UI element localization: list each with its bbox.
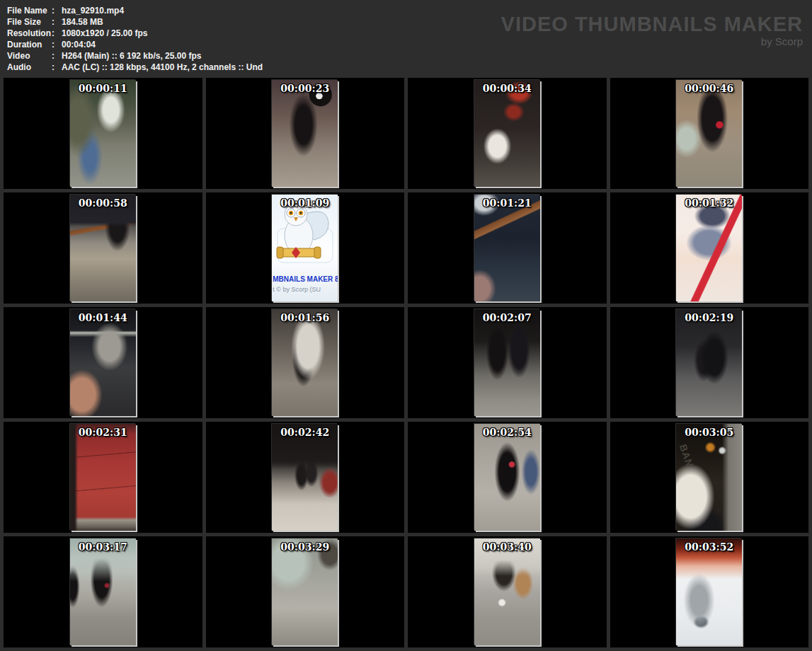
thumbnail-cell: 00:03:29 <box>206 536 405 647</box>
thumbnail-cell: 00:00:34 <box>408 78 607 189</box>
thumbnail-cell: 00:02:42 <box>206 422 405 533</box>
video-frame: MBNAILS MAKER 8t © by Scorp (SU00:01:09 <box>272 195 338 301</box>
video-frame: 00:00:23 <box>272 80 338 187</box>
meta-row-resolution: Resolution : 1080x1920 / 25.00 fps <box>7 28 263 39</box>
thumbnail-cell: 00:02:07 <box>408 307 607 418</box>
timestamp-label: 00:01:09 <box>272 197 338 209</box>
timestamp-label: 00:02:07 <box>464 312 550 323</box>
meta-row-filesize: File Size : 184.58 MB <box>7 16 263 28</box>
thumbnail-cell: 00:00:58 <box>4 192 202 304</box>
timestamp-label: 00:03:52 <box>666 541 752 553</box>
thumbnail-cell: 00:01:32 <box>610 192 809 304</box>
video-frame: 00:01:32 <box>676 195 742 301</box>
meta-value: 1080x1920 / 25.00 fps <box>62 28 147 39</box>
thumbnail-cell: BAN00:03:05 <box>610 422 809 533</box>
meta-label: Video <box>7 50 52 62</box>
video-frame: 00:03:29 <box>272 538 338 645</box>
timestamp-label: 00:02:31 <box>60 427 146 438</box>
meta-row-video: Video : H264 (Main) :: 6 192 kb/s, 25.00… <box>7 50 263 62</box>
thumbnail-cell: 00:02:31 <box>4 422 202 533</box>
video-frame: 00:00:58 <box>70 195 136 301</box>
meta-label: File Name <box>7 5 52 16</box>
meta-row-duration: Duration : 00:04:04 <box>7 39 263 50</box>
meta-row-filename: File Name : hza_92910.mp4 <box>7 5 263 16</box>
thumbnail-cell: 00:01:56 <box>206 307 405 418</box>
timestamp-label: 00:03:40 <box>464 541 550 553</box>
video-frame: 00:02:54 <box>474 424 540 531</box>
app-watermark: VIDEO THUMBNAILS MAKER by Scorp <box>501 14 803 47</box>
meta-row-audio: Audio : AAC (LC) :: 128 kbps, 44100 Hz, … <box>7 62 263 73</box>
timestamp-label: 00:01:32 <box>666 197 752 209</box>
video-frame: 00:01:21 <box>474 195 540 301</box>
timestamp-label: 00:00:11 <box>60 83 146 94</box>
timestamp-label: 00:00:58 <box>60 197 146 209</box>
owl-logo-graphic <box>272 199 338 267</box>
meta-separator: : <box>52 50 62 62</box>
file-metadata: File Name : hza_92910.mp4 File Size : 18… <box>7 5 263 73</box>
file-info-header: File Name : hza_92910.mp4 File Size : 18… <box>0 0 812 76</box>
video-frame: 00:03:40 <box>474 538 540 645</box>
meta-value: 184.58 MB <box>62 16 103 28</box>
video-frame: 00:02:31 <box>70 424 136 531</box>
vtm-copyright-text: t © by Scorp (SU <box>273 286 338 293</box>
video-frame: 00:01:44 <box>70 309 136 416</box>
meta-value: hza_92910.mp4 <box>62 5 124 16</box>
timestamp-label: 00:02:19 <box>666 312 752 323</box>
thumbnail-cell: MBNAILS MAKER 8t © by Scorp (SU00:01:09 <box>206 192 405 304</box>
timestamp-label: 00:02:54 <box>464 427 550 438</box>
thumbnail-cell: 00:01:44 <box>4 307 202 418</box>
video-frame: 00:00:34 <box>474 80 540 187</box>
meta-value: AAC (LC) :: 128 kbps, 44100 Hz, 2 channe… <box>62 62 263 73</box>
timestamp-label: 00:00:34 <box>464 83 550 94</box>
video-frame: 00:00:11 <box>70 80 136 187</box>
video-frame: 00:02:07 <box>474 309 540 416</box>
meta-label: Resolution <box>7 28 52 39</box>
video-frame: 00:02:19 <box>676 309 742 416</box>
in-frame-text: BAN <box>678 443 695 468</box>
meta-value: 00:04:04 <box>62 39 96 50</box>
meta-separator: : <box>52 62 62 73</box>
timestamp-label: 00:01:44 <box>60 312 146 323</box>
meta-separator: : <box>52 28 62 39</box>
thumbnail-cell: 00:00:46 <box>610 78 809 189</box>
app-author: by Scorp <box>501 35 803 47</box>
timestamp-label: 00:03:05 <box>666 427 752 438</box>
video-frame: BAN00:03:05 <box>676 424 742 531</box>
app-title: VIDEO THUMBNAILS MAKER <box>501 14 803 35</box>
meta-separator: : <box>52 16 62 28</box>
video-frame: 00:03:52 <box>676 538 742 645</box>
video-frame: 00:02:42 <box>272 424 338 531</box>
thumbnail-cell: 00:01:21 <box>408 192 607 304</box>
thumbnail-cell: 00:03:52 <box>610 536 809 647</box>
meta-label: Duration <box>7 39 52 50</box>
meta-label: Audio <box>7 62 52 73</box>
timestamp-label: 00:00:46 <box>666 83 752 94</box>
timestamp-label: 00:03:17 <box>60 541 146 553</box>
video-frame: 00:03:17 <box>70 538 136 645</box>
timestamp-label: 00:03:29 <box>262 541 348 553</box>
thumbnail-cell: 00:00:23 <box>206 78 405 189</box>
meta-value: H264 (Main) :: 6 192 kb/s, 25.00 fps <box>62 50 201 62</box>
timestamp-label: 00:00:23 <box>262 83 348 94</box>
timestamp-label: 00:02:42 <box>262 427 348 438</box>
thumbnail-grid: 00:00:1100:00:2300:00:3400:00:4600:00:58… <box>4 78 808 647</box>
video-frame: 00:01:56 <box>272 309 338 416</box>
vtm-contact-sheet: File Name : hza_92910.mp4 File Size : 18… <box>0 0 812 651</box>
meta-separator: : <box>52 5 62 16</box>
vtm-watermark-text: MBNAILS MAKER 8 <box>273 275 338 283</box>
timestamp-label: 00:01:56 <box>262 312 348 323</box>
meta-separator: : <box>52 39 62 50</box>
thumbnail-cell: 00:02:54 <box>408 422 607 533</box>
timestamp-label: 00:01:21 <box>464 197 550 209</box>
meta-label: File Size <box>7 16 52 28</box>
video-frame: 00:00:46 <box>676 80 742 187</box>
thumbnail-cell: 00:00:11 <box>4 78 202 189</box>
thumbnail-cell: 00:03:17 <box>4 536 202 647</box>
thumbnail-cell: 00:02:19 <box>610 307 809 418</box>
thumbnail-cell: 00:03:40 <box>408 536 607 647</box>
